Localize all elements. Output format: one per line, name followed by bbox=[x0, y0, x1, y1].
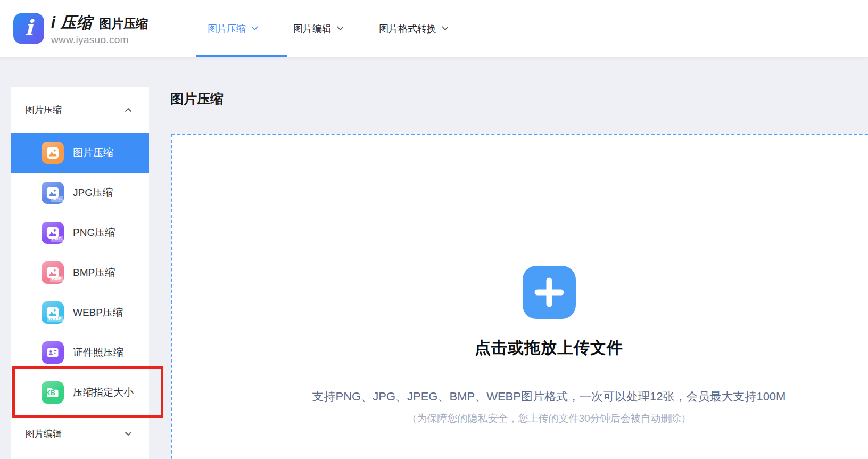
format-badge: BMP bbox=[50, 276, 63, 282]
active-tab-indicator bbox=[196, 55, 287, 57]
upload-subtitle: 支持PNG、JPG、JPEG、BMP、WEBP图片格式，一次可以处理12张，会员… bbox=[312, 389, 786, 405]
nav-item-label: 图片压缩 bbox=[208, 22, 246, 35]
logo-letter: i bbox=[24, 17, 32, 38]
sidebar-section-image-edit[interactable]: 图片编辑 bbox=[11, 412, 149, 455]
sidebar-item-label: PNG压缩 bbox=[73, 226, 115, 240]
sidebar-item-compress-to-size[interactable]: KB 压缩指定大小 bbox=[11, 372, 149, 412]
upload-plus-button[interactable] bbox=[523, 266, 576, 319]
chevron-down-icon bbox=[442, 26, 449, 31]
sidebar-item-label: WEBP压缩 bbox=[73, 306, 123, 319]
sidebar-item-png-compress[interactable]: PNG PNG压缩 bbox=[11, 212, 149, 252]
chevron-down-icon bbox=[337, 26, 344, 31]
sidebar-item-label: 图片压缩 bbox=[73, 146, 113, 160]
format-badge: PNG bbox=[51, 236, 63, 242]
chevron-down-icon bbox=[125, 431, 132, 436]
bmp-compress-icon: BMP bbox=[42, 261, 64, 284]
kb-badge: KB bbox=[46, 390, 55, 396]
header: i i 压缩 图片压缩 www.iyasuo.com 图片压缩 图片编辑 图片格… bbox=[0, 0, 868, 57]
png-compress-icon: PNG bbox=[42, 222, 64, 244]
sidebar-item-label: 压缩指定大小 bbox=[73, 386, 134, 399]
nav-item-label: 图片格式转换 bbox=[379, 22, 436, 35]
page-body: 图片压缩 图片压缩 JPG bbox=[0, 57, 868, 459]
brand-text: i 压缩 图片压缩 www.iyasuo.com bbox=[51, 12, 148, 45]
brand-logo-icon: i bbox=[13, 13, 44, 44]
sidebar-item-label: BMP压缩 bbox=[73, 266, 115, 280]
nav-item-label: 图片编辑 bbox=[293, 22, 332, 35]
section-label: 图片编辑 bbox=[26, 428, 62, 440]
folder-kb-icon: KB bbox=[42, 381, 64, 404]
sidebar-item-jpg-compress[interactable]: JPG JPG压缩 bbox=[11, 173, 149, 212]
sidebar: 图片压缩 图片压缩 JPG bbox=[11, 87, 149, 459]
upload-hint: （为保障您的隐私安全，您上传的文件30分钟后会被自动删除） bbox=[407, 412, 691, 425]
brand-name: i 压缩 bbox=[51, 12, 93, 33]
brand-product: 图片压缩 bbox=[99, 15, 148, 31]
image-compress-icon bbox=[42, 142, 64, 164]
brand-url: www.iyasuo.com bbox=[51, 34, 148, 45]
upload-title: 点击或拖放上传文件 bbox=[475, 337, 623, 359]
sidebar-item-bmp-compress[interactable]: BMP BMP压缩 bbox=[11, 252, 149, 292]
sidebar-item-image-compress[interactable]: 图片压缩 bbox=[11, 133, 149, 173]
chevron-down-icon bbox=[251, 26, 258, 31]
chevron-up-icon bbox=[125, 108, 132, 112]
webp-compress-icon: WEBP bbox=[42, 301, 64, 324]
brand-logo[interactable]: i i 压缩 图片压缩 www.iyasuo.com bbox=[13, 12, 148, 45]
sidebar-item-id-photo-compress[interactable]: 证件照压缩 bbox=[11, 332, 149, 372]
upload-dropzone[interactable]: 点击或拖放上传文件 支持PNG、JPG、JPEG、BMP、WEBP图片格式，一次… bbox=[171, 134, 868, 459]
top-nav: 图片压缩 图片编辑 图片格式转换 bbox=[208, 0, 449, 57]
sidebar-item-webp-compress[interactable]: WEBP WEBP压缩 bbox=[11, 292, 149, 332]
nav-item-image-edit[interactable]: 图片编辑 bbox=[293, 22, 344, 35]
nav-item-format-convert[interactable]: 图片格式转换 bbox=[379, 22, 449, 35]
section-label: 图片压缩 bbox=[26, 104, 62, 116]
sidebar-item-label: 证件照压缩 bbox=[73, 346, 123, 359]
format-badge: WEBP bbox=[47, 316, 63, 322]
format-badge: JPG bbox=[51, 196, 63, 202]
page-title: 图片压缩 bbox=[170, 90, 224, 108]
nav-item-image-compress[interactable]: 图片压缩 bbox=[208, 22, 258, 35]
id-card-icon bbox=[42, 341, 64, 364]
jpg-compress-icon: JPG bbox=[42, 182, 64, 204]
sidebar-section-image-compress[interactable]: 图片压缩 bbox=[11, 87, 149, 133]
sidebar-item-label: JPG压缩 bbox=[73, 186, 113, 200]
plus-icon bbox=[534, 277, 565, 308]
